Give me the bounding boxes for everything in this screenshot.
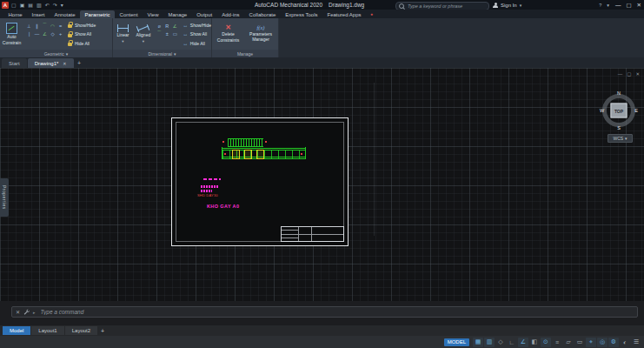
open-file-icon[interactable]: ▣ — [20, 3, 25, 8]
tab-view[interactable]: View — [143, 10, 163, 18]
tab-manage[interactable]: Manage — [163, 10, 192, 18]
help-icon[interactable]: ? — [599, 3, 601, 8]
layout-tab-model[interactable]: Model — [3, 326, 30, 335]
tab-home[interactable]: Home — [3, 10, 27, 18]
linear-dimension-button[interactable]: Linear ▾ — [113, 18, 133, 50]
parameters-manager-button[interactable]: f(x) Parameters Manager — [244, 18, 277, 50]
new-layout-button[interactable]: + — [98, 328, 107, 334]
new-drawing-tab-button[interactable]: + — [75, 58, 84, 68]
polar-tracking-icon[interactable]: ∠ — [518, 338, 528, 347]
selection-cycling-icon[interactable]: ▭ — [574, 338, 585, 347]
constraint-perpendicular-icon[interactable]: ⊥ — [25, 22, 33, 30]
tab-content[interactable]: Content — [115, 10, 143, 18]
file-tab-start[interactable]: Start — [2, 58, 27, 68]
viewport-minimize-icon[interactable]: — — [618, 71, 623, 77]
plot-icon[interactable]: ▥ — [37, 3, 42, 8]
workspace-gear-icon[interactable]: ⚙ — [608, 338, 619, 347]
constraint-angular-icon[interactable]: ∠ — [41, 30, 49, 37]
viewport-restore-icon[interactable]: ▢ — [627, 71, 631, 77]
close-icon[interactable]: ✕ — [637, 2, 641, 9]
object-snap-icon[interactable]: ⊙ — [541, 338, 551, 347]
angular-dim-icon[interactable]: ∠ — [171, 22, 179, 30]
diameter-dim-icon[interactable]: ⌀ — [156, 22, 163, 30]
geometric-show-all-button[interactable]: Show All — [68, 30, 96, 38]
layout-tab-layout1[interactable]: Layout1 — [31, 326, 63, 335]
constraint-vertical-icon[interactable]: ∣ — [25, 30, 33, 37]
save-icon[interactable]: ▤ — [28, 3, 33, 8]
viewcube-east[interactable]: E — [634, 108, 638, 113]
wcs-menu[interactable]: WCS ▾ — [607, 134, 633, 143]
geometric-show-hide-label: Show/Hide — [75, 23, 96, 28]
dimensional-panel-title[interactable]: Dimensional ▾ — [113, 50, 211, 57]
sign-in-button[interactable]: Sign In ▾ — [493, 0, 521, 10]
undo-icon[interactable]: ↶ — [45, 3, 50, 8]
baseline-dim-icon[interactable]: ▭ — [171, 30, 179, 37]
isodraft-icon[interactable]: ◧ — [529, 338, 540, 347]
help-search-box[interactable] — [395, 2, 489, 10]
ortho-icon[interactable]: ∟ — [507, 338, 517, 347]
geometric-panel-title[interactable]: Geometric ▾ — [0, 50, 112, 57]
infer-constraints-icon[interactable]: ◇ — [495, 338, 506, 347]
viewcube-top-face[interactable]: TOP — [611, 104, 627, 118]
command-input[interactable] — [39, 308, 634, 316]
restore-icon[interactable]: ▢ — [626, 2, 631, 9]
properties-palette-tab[interactable]: Properties — [0, 178, 9, 217]
search-input[interactable] — [406, 3, 486, 10]
dimensional-show-all-button[interactable]: ↔ Show All — [183, 30, 211, 38]
arc-dim-icon[interactable]: ⌒ — [156, 30, 163, 37]
annotation-scale-icon[interactable]: ◎ — [597, 338, 607, 347]
tab-express-tools[interactable]: Express Tools — [281, 10, 322, 18]
tab-featured-apps[interactable]: Featured Apps — [322, 10, 366, 18]
viewport-close-icon[interactable]: ✕ — [635, 71, 640, 77]
lock-icon — [68, 22, 73, 28]
delete-constraints-button[interactable]: ✕ Delete Constraints — [212, 18, 244, 50]
viewcube-north[interactable]: N — [617, 90, 621, 96]
qat-caret-icon[interactable]: ▾ — [61, 3, 63, 8]
new-file-icon[interactable]: ▢ — [11, 3, 17, 8]
viewcube-west[interactable]: W — [600, 108, 604, 113]
isolate-objects-icon[interactable]: ◐ — [620, 338, 630, 347]
tab-annotate[interactable]: Annotate — [50, 10, 80, 18]
model-space-toggle[interactable]: MODEL — [444, 338, 469, 346]
tab-close-icon[interactable]: ✕ — [63, 61, 66, 66]
radius-dim-icon[interactable]: R — [163, 22, 171, 30]
constraint-smooth-icon[interactable]: ◠ — [49, 22, 56, 30]
customize-menu-icon[interactable]: ☰ — [631, 338, 641, 347]
tab-output[interactable]: Output — [192, 10, 217, 18]
lineweight-icon[interactable]: ≡ — [552, 338, 562, 347]
dimensional-hide-all-button[interactable]: ↔ Hide All — [183, 39, 211, 47]
aligned-dimension-button[interactable]: Aligned ▾ — [133, 18, 154, 50]
grid-icon[interactable]: ▦ — [473, 338, 483, 347]
tab-collaborate[interactable]: Collaborate — [244, 10, 281, 18]
customize-wrench-icon[interactable] — [23, 309, 30, 315]
constraint-parallel-icon[interactable]: ∥ — [33, 22, 41, 30]
redo-icon[interactable]: ↷ — [53, 3, 57, 8]
tab-add-ins[interactable]: Add-ins — [217, 10, 244, 18]
quick-access-toolbar: ▢ ▣ ▤ ▥ ↶ ↷ ▾ — [11, 0, 63, 10]
layout-tab-layout2[interactable]: Layout2 — [65, 326, 97, 335]
constraint-symmetric-icon[interactable]: ◇ — [49, 30, 56, 37]
dimensional-show-hide-button[interactable]: ↔ Show/Hide — [183, 21, 211, 29]
geometric-hide-all-button[interactable]: Hide All — [68, 39, 96, 47]
tab-insert[interactable]: Insert — [27, 10, 50, 18]
command-bar[interactable]: ✕ ▸ — [11, 306, 638, 318]
viewcube[interactable]: N S W E TOP — [599, 90, 639, 130]
file-tab-drawing1[interactable]: Drawing1* ✕ — [28, 58, 74, 68]
constraint-fix-icon[interactable]: + — [56, 30, 64, 37]
minimize-icon[interactable]: — — [615, 2, 621, 8]
tab-parametric[interactable]: Parametric — [80, 10, 115, 18]
constraint-equal-icon[interactable]: = — [56, 22, 64, 30]
constraint-horizontal-icon[interactable]: — — [33, 30, 41, 37]
help-caret-icon[interactable]: ▾ — [607, 3, 609, 8]
constraint-tangent-icon[interactable]: ⌒ — [41, 22, 49, 30]
tolerance-dim-icon[interactable]: ± — [163, 30, 171, 37]
app-menu-button[interactable]: A — [2, 2, 9, 9]
auto-constrain-button[interactable]: Auto Constrain — [0, 18, 23, 50]
drawing-canvas[interactable]: — ▢ ✕ Properties N S W E TOP WCS ▾ — [0, 68, 644, 301]
command-close-icon[interactable]: ✕ — [16, 309, 20, 315]
snap-icon[interactable]: ▥ — [484, 338, 495, 347]
geometric-show-hide-button[interactable]: Show/Hide — [68, 21, 96, 29]
viewcube-south[interactable]: S — [617, 125, 621, 130]
transparency-icon[interactable]: ▱ — [563, 338, 574, 347]
dynamic-ucs-icon[interactable]: ⌖ — [586, 338, 596, 347]
